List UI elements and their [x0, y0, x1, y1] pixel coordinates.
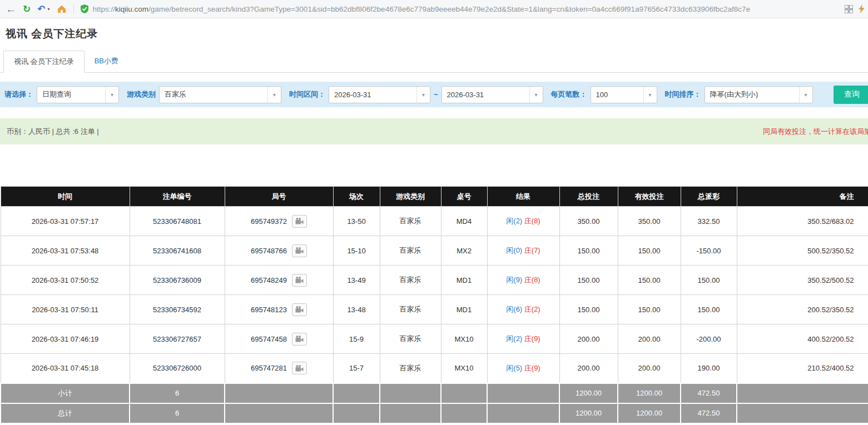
bet-id-cell: 523306748081: [130, 207, 225, 236]
url-protocol: https://: [93, 5, 116, 13]
bet-id-cell: 523306734592: [130, 295, 225, 324]
game-type-cell: 百家乐: [380, 236, 441, 266]
back-button[interactable]: ←: [6, 4, 16, 14]
col-header-game-type: 游戏类别: [380, 187, 441, 207]
col-header-result: 结果: [487, 187, 559, 207]
table-row: 2026-03-31 07:45:18 523306726000 6957472…: [1, 354, 868, 383]
player-result: 闲(9): [506, 276, 522, 284]
banker-result: 庄(8): [524, 217, 540, 225]
url-text: https://kiqiiu.com/game/betrecord_search…: [93, 5, 751, 13]
time-range-label: 时间区间：: [289, 89, 325, 99]
video-replay-button[interactable]: [292, 244, 307, 257]
player-result: 闲(6): [506, 305, 522, 313]
payout-cell: -150.00: [681, 236, 737, 266]
total-bet-cell[interactable]: 150.00: [559, 295, 618, 324]
table-no-cell: MD1: [441, 295, 487, 324]
valid-bet-cell: 150.00: [618, 236, 681, 266]
page-size-value: 100: [591, 91, 613, 99]
sort-order-select[interactable]: 降幂(由大到小) ▾: [705, 86, 813, 103]
table-no-cell: MX2: [441, 236, 487, 266]
payout-cell: 332.50: [681, 207, 737, 236]
col-header-session: 场次: [333, 187, 380, 207]
payout-cell: 150.00: [681, 266, 737, 295]
table-no-cell: MX10: [441, 324, 487, 354]
total-bet-cell[interactable]: 150.00: [559, 236, 618, 266]
result-cell: 闲(2) 庄(8): [487, 207, 559, 236]
session-cell: 13-48: [333, 295, 380, 324]
page-size-select[interactable]: 100 ▾: [591, 86, 657, 103]
col-header-total-bet: 总投注: [559, 187, 618, 207]
game-type-select[interactable]: 百家乐 ▾: [159, 86, 281, 103]
video-replay-button[interactable]: [292, 303, 307, 316]
tab-bet-records[interactable]: 视讯 会员下注纪录: [3, 51, 85, 73]
query-type-select[interactable]: 日期查询 ▾: [37, 86, 119, 103]
round-number: 695748123: [251, 306, 287, 314]
total-payout: 472.50: [681, 403, 737, 423]
undo-button[interactable]: ↶: [37, 4, 45, 14]
video-replay-button[interactable]: [292, 362, 307, 374]
valid-bet-cell: 150.00: [618, 295, 681, 324]
video-camera-icon: [295, 218, 304, 224]
bet-id-cell: 523306741608: [130, 236, 225, 266]
security-shield-icon: [81, 4, 88, 13]
video-camera-icon: [295, 247, 304, 254]
chevron-down-icon[interactable]: ▾: [48, 7, 50, 12]
table-no-cell: MD4: [441, 207, 487, 236]
chevron-down-icon: ▾: [799, 87, 812, 103]
total-bet-cell[interactable]: 200.00: [559, 354, 618, 383]
bet-records-table: 时间 注单编号 局号 场次 游戏类别 桌号 结果 总投注 有效投注 总派彩 备注…: [0, 186, 868, 424]
note-cell: 350.52/683.02: [737, 207, 868, 236]
game-type-cell: 百家乐: [380, 295, 441, 324]
refresh-button[interactable]: ↻: [23, 4, 31, 14]
chevron-down-icon: ▾: [267, 87, 281, 103]
col-header-note: 备注: [737, 187, 868, 207]
video-camera-icon: [295, 306, 304, 313]
valid-bet-cell: 200.00: [618, 354, 681, 383]
note-cell: 400.52/200.52: [737, 324, 868, 354]
time-cell: 2026-03-31 07:57:17: [1, 207, 130, 236]
payout-cell: -200.00: [681, 324, 737, 354]
address-bar[interactable]: https://kiqiiu.com/game/betrecord_search…: [81, 4, 838, 13]
home-button[interactable]: [57, 4, 67, 13]
tab-bb-tips[interactable]: BB小费: [85, 51, 128, 73]
total-bet-cell[interactable]: 200.00: [559, 324, 618, 354]
page-size-label: 每页笔数：: [551, 89, 587, 99]
session-cell: 15-9: [333, 324, 380, 354]
game-type-cell: 百家乐: [380, 324, 441, 354]
table-row: 2026-03-31 07:50:11 523306734592 6957481…: [1, 295, 868, 324]
video-replay-button[interactable]: [292, 274, 307, 287]
reader-grid-icon[interactable]: [845, 5, 853, 13]
payout-cell: 150.00: [681, 295, 737, 324]
table-row: 2026-03-31 07:53:48 523306741608 6957487…: [1, 236, 868, 266]
query-type-label: 请选择：: [4, 89, 33, 99]
video-camera-icon: [295, 365, 304, 372]
chevron-down-icon: ▾: [105, 87, 118, 103]
lightning-icon[interactable]: [859, 4, 865, 13]
round-cell: 695749372: [225, 207, 333, 236]
subtotal-total-bet: 1200.00: [559, 383, 618, 403]
subtotal-count: 6: [130, 383, 225, 403]
round-cell: 695748123: [225, 295, 333, 324]
date-from-value: 2026-03-31: [329, 91, 376, 99]
browser-extensions-area: [845, 4, 865, 13]
total-bet-cell[interactable]: 350.00: [559, 207, 618, 236]
result-cell: 闲(6) 庄(2): [487, 295, 559, 324]
round-number: 695747458: [251, 335, 287, 343]
date-from-select[interactable]: 2026-03-31 ▾: [329, 86, 430, 103]
subtotal-valid-bet: 1200.00: [618, 383, 681, 403]
bet-id-cell: 523306736009: [130, 266, 225, 295]
round-number: 695748766: [251, 247, 287, 255]
total-bet-cell[interactable]: 150.00: [559, 266, 618, 295]
video-replay-button[interactable]: [292, 333, 307, 346]
col-header-valid-bet: 有效投注: [618, 187, 681, 207]
result-cell: 闲(5) 庄(9): [487, 354, 559, 383]
search-button[interactable]: 查询: [834, 86, 868, 104]
summary-currency-text: 币别：人民币 | 总共 :6 注单 |: [7, 127, 99, 137]
video-replay-button[interactable]: [292, 215, 307, 228]
banker-result: 庄(9): [524, 334, 540, 343]
note-cell: 200.52/350.52: [737, 295, 868, 324]
video-camera-icon: [295, 277, 304, 283]
table-body: 2026-03-31 07:57:17 523306748081 6957493…: [1, 207, 868, 383]
chevron-down-icon: ▾: [643, 87, 657, 103]
date-to-select[interactable]: 2026-03-31 ▾: [442, 86, 543, 103]
